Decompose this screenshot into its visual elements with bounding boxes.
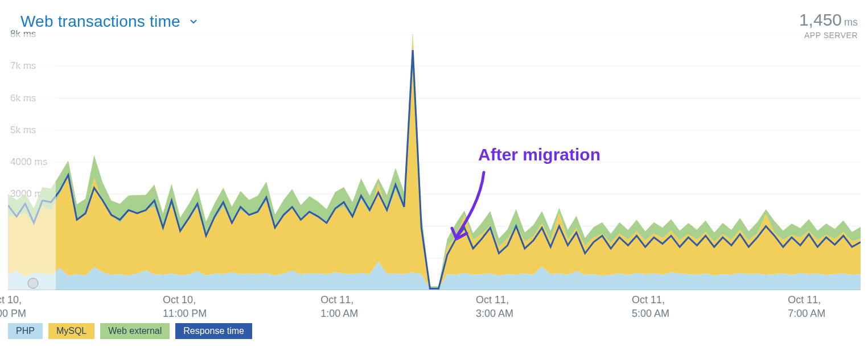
- chart-title: Web transactions time: [20, 13, 180, 31]
- point-marker: [28, 278, 38, 288]
- chart-title-dropdown[interactable]: Web transactions time: [20, 13, 199, 31]
- chart-container: Web transactions time 1,450ms APP SERVER…: [0, 0, 868, 351]
- x-axis-tick: Oct 10,11:00 PM: [163, 293, 207, 321]
- legend-item-web-external[interactable]: Web external: [100, 323, 170, 339]
- legend-item-response-time[interactable]: Response time: [175, 323, 252, 339]
- annotation-label: After migration: [478, 145, 600, 164]
- chart-plot[interactable]: [8, 34, 861, 290]
- stat-value: 1,450: [799, 10, 842, 29]
- x-axis-tick: Oct 11,7:00 AM: [788, 293, 825, 321]
- x-axis-tick: Oct 11,3:00 AM: [476, 293, 513, 321]
- x-axis-tick: Oct 11,5:00 AM: [632, 293, 669, 321]
- legend-item-mysql[interactable]: MySQL: [48, 323, 94, 339]
- legend-item-php[interactable]: PHP: [8, 323, 43, 339]
- x-axis-tick: Oct 11,1:00 AM: [320, 293, 358, 321]
- annotation-arrow-icon: [450, 170, 495, 243]
- chevron-down-icon: [188, 16, 199, 27]
- chart-legend: PHP MySQL Web external Response time: [8, 323, 252, 339]
- x-axis-tick: ct 10,00 PM: [0, 293, 26, 321]
- stat-unit: ms: [844, 16, 858, 28]
- ghost-overlay: [8, 34, 56, 290]
